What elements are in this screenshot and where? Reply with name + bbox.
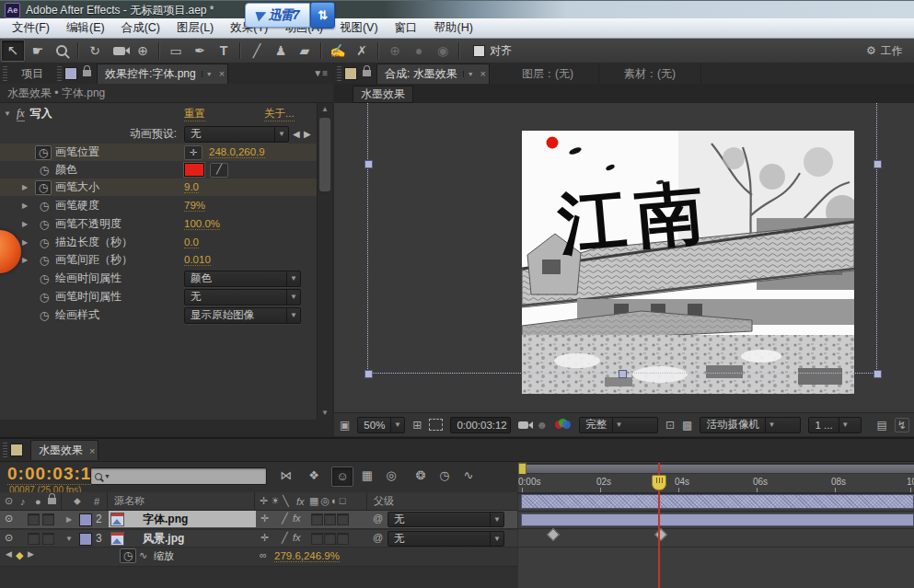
eyedropper-icon[interactable]: ╱: [210, 163, 228, 178]
scale-property-label[interactable]: 缩放: [154, 549, 174, 563]
parent-pickwhip-icon[interactable]: @: [373, 513, 383, 524]
parent-dropdown[interactable]: 无 ▼: [388, 531, 504, 547]
stopwatch-icon[interactable]: ◷: [37, 236, 52, 249]
menu-view[interactable]: 视图(V): [331, 18, 387, 38]
color-swatch[interactable]: [184, 163, 204, 177]
preset-prev-icon[interactable]: ◀: [293, 129, 300, 139]
zoom-tool[interactable]: [51, 40, 73, 61]
comp-crumb-tab[interactable]: 水墨效果: [353, 86, 413, 103]
camera-tool[interactable]: [108, 40, 130, 61]
selection-tool[interactable]: ↖: [1, 40, 25, 62]
draft-3d-icon[interactable]: ❖: [304, 467, 324, 485]
prev-keyframe-icon[interactable]: ◀: [6, 549, 12, 559]
timeline-timecode[interactable]: 0:00:03:12: [7, 464, 102, 485]
stopwatch-icon[interactable]: ◷: [37, 291, 52, 304]
tab-footage[interactable]: 素材：(无): [599, 63, 701, 84]
channel-icon[interactable]: [555, 419, 572, 431]
selection-handle[interactable]: [619, 370, 627, 378]
switch-cell[interactable]: [311, 533, 323, 545]
menu-help[interactable]: 帮助(H): [426, 18, 481, 38]
tab-dropdown-icon[interactable]: ▼: [202, 71, 216, 77]
timeline-button-icon[interactable]: ▤: [876, 419, 886, 432]
work-area-bar[interactable]: [522, 464, 914, 474]
magnification-dropdown[interactable]: 50% ▼: [357, 417, 405, 433]
tab-close-icon[interactable]: ×: [216, 68, 227, 79]
menu-file[interactable]: 文件(F): [4, 18, 58, 38]
tab-dropdown-icon[interactable]: ▼: [463, 71, 478, 77]
xunlei-pill[interactable]: 迅雷7: [245, 3, 310, 28]
layer-label-color[interactable]: [79, 513, 92, 526]
quality-switch-icon[interactable]: ╱: [282, 513, 288, 525]
brush-time-dropdown[interactable]: 无 ▼: [184, 289, 301, 306]
panel-menu-icon[interactable]: ▼≡: [313, 68, 333, 78]
puppet-pin-tool[interactable]: ✍: [327, 40, 349, 61]
stopwatch-icon[interactable]: ◷: [37, 200, 52, 213]
resolution-dropdown[interactable]: 完整 ▼: [579, 417, 658, 433]
effect-switch-icon[interactable]: fx: [293, 513, 301, 524]
switch-cell[interactable]: [337, 513, 349, 525]
stopwatch-icon[interactable]: ◷: [37, 272, 52, 285]
property-value[interactable]: 100.0%: [184, 218, 220, 230]
panel-gripper[interactable]: [3, 66, 7, 81]
effect-reset-link[interactable]: 重置: [184, 107, 205, 121]
layer-name-cell[interactable]: 风景.jpg: [109, 530, 256, 547]
timeline-search-input[interactable]: ▼: [90, 467, 267, 485]
tab-close-icon[interactable]: ×: [478, 68, 489, 79]
switch-cell[interactable]: [28, 513, 40, 525]
layer-label-color[interactable]: [79, 533, 92, 546]
panel-gripper[interactable]: [57, 66, 62, 81]
property-value[interactable]: 0.0: [184, 236, 199, 248]
tab-close-icon[interactable]: ×: [87, 445, 98, 456]
chevron-right-icon[interactable]: ▶: [66, 515, 75, 524]
unlock-icon[interactable]: [83, 70, 91, 76]
layer-bar-landscape[interactable]: [521, 513, 914, 526]
paint-style-dropdown[interactable]: 显示原始图像 ▼: [184, 307, 301, 324]
preset-dropdown[interactable]: 无 ▼: [184, 126, 289, 143]
switch-cell[interactable]: [311, 513, 323, 525]
show-snapshot-icon[interactable]: ☻: [536, 419, 548, 432]
preset-next-icon[interactable]: ▶: [304, 129, 311, 139]
switch-cell[interactable]: [324, 533, 336, 545]
panel-gripper[interactable]: [3, 443, 7, 457]
eraser-tool[interactable]: ▰: [294, 40, 316, 61]
workspace-switcher[interactable]: ⚙ 工作: [866, 43, 914, 59]
timeline-track-area[interactable]: 0:00s 02s 04s 06s 08s 10s: [518, 462, 914, 588]
layer-bar-font[interactable]: [521, 494, 914, 509]
switch-cell[interactable]: [42, 533, 54, 545]
eye-icon[interactable]: ⊙: [5, 532, 13, 544]
scroll-down-icon[interactable]: ▼: [319, 408, 330, 419]
stopwatch-icon[interactable]: ◷: [37, 218, 52, 231]
selection-handle[interactable]: [364, 370, 373, 378]
frame-blend-icon[interactable]: ▦: [357, 467, 377, 485]
selection-handle[interactable]: [874, 160, 882, 168]
safe-margins-icon[interactable]: ⊞: [412, 419, 422, 432]
effects-scrollbar[interactable]: ▲ ▼: [317, 103, 332, 420]
rotation-tool[interactable]: ↻: [84, 40, 106, 61]
target-region-icon[interactable]: ⊡: [665, 419, 675, 432]
effect-switch-icon[interactable]: fx: [293, 532, 301, 543]
panel-gripper[interactable]: [337, 66, 341, 81]
chevron-down-icon[interactable]: ▼: [65, 535, 75, 543]
link-dimensions-icon[interactable]: ∞: [260, 549, 267, 560]
current-time-button[interactable]: 0:00:03:12: [450, 417, 511, 433]
stopwatch-icon[interactable]: ◷: [35, 145, 52, 160]
property-value[interactable]: 79%: [184, 200, 205, 212]
camera-dropdown[interactable]: 活动摄像机 ▼: [700, 417, 801, 433]
selection-handle[interactable]: [364, 160, 373, 168]
stopwatch-icon[interactable]: ◷: [37, 309, 52, 322]
rectangle-tool[interactable]: ▭: [165, 40, 187, 61]
position-crosshair-button[interactable]: ✛: [184, 145, 202, 160]
region-of-interest-icon[interactable]: [429, 419, 443, 431]
flowchart-icon[interactable]: ↯: [895, 418, 909, 432]
switch-cell[interactable]: [324, 513, 336, 525]
collapse-switch-icon[interactable]: ✛: [260, 513, 269, 525]
parent-column-label[interactable]: 父级: [374, 492, 394, 510]
brush-tool[interactable]: ╱: [246, 40, 268, 61]
scrollbar-thumb[interactable]: [319, 118, 330, 191]
type-tool[interactable]: T: [213, 40, 235, 61]
tab-project[interactable]: 项目: [10, 63, 54, 84]
effect-about-link[interactable]: 关于...: [264, 107, 295, 121]
xunlei-widget[interactable]: 迅雷7 ⇅: [245, 2, 335, 29]
collapse-switch-icon[interactable]: ✛: [260, 532, 269, 544]
effect-header[interactable]: ▼ fx 写入 重置 关于...: [0, 105, 317, 122]
